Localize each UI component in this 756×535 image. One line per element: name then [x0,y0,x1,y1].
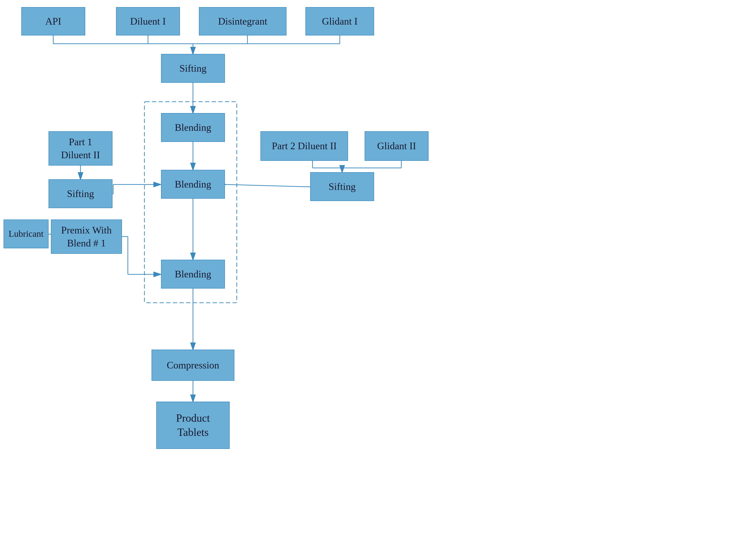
product-tablets-box: ProductTablets [156,402,230,449]
diagram-svg [0,0,756,535]
blending3-box: Blending [161,260,225,289]
part1diluent2-box: Part 1Diluent II [48,131,112,166]
sifting3-box: Sifting [310,172,374,201]
part2diluent2-box: Part 2 Diluent II [260,131,348,161]
blending2-box: Blending [161,170,225,199]
blending1-box: Blending [161,113,225,142]
svg-line-18 [226,184,310,187]
glidant1-box: Glidant I [305,7,374,36]
sifting2-box: Sifting [48,179,112,208]
compression-box: Compression [152,350,234,381]
api-box: API [21,7,85,36]
sifting1-box: Sifting [161,54,225,83]
diluent1-box: Diluent I [116,7,180,36]
disintegrant-box: Disintegrant [199,7,287,36]
lubricant-box: Lubricant [4,219,48,248]
glidant2-box: Glidant II [365,131,429,161]
premix-box: Premix WithBlend # 1 [51,219,122,254]
